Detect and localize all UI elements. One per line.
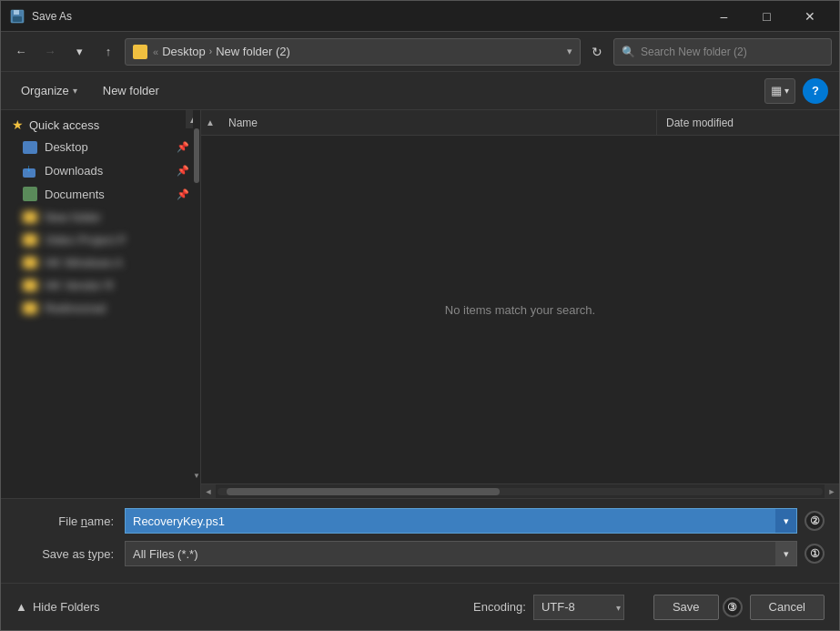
cancel-button[interactable]: Cancel <box>750 595 825 620</box>
search-placeholder: Search New folder (2) <box>641 46 747 58</box>
save-type-select-wrapper: All Files (*.*) ▾ <box>125 541 797 566</box>
encoding-label: Encoding: <box>473 600 526 614</box>
save-type-row: Save as type: All Files (*.*) ▾ ① <box>15 541 825 566</box>
hide-folders-button[interactable]: ▲ Hide Folders <box>15 600 100 614</box>
no-items-message: No items match your search. <box>445 303 595 317</box>
organize-button[interactable]: Organize ▾ <box>12 78 86 104</box>
address-separator: « <box>153 46 158 57</box>
file-name-row: File name: ▾ ② <box>15 508 825 534</box>
footer-area: ▲ Hide Folders Encoding: UTF-8 UTF-16 LE… <box>1 583 839 630</box>
file-name-input-wrapper: ▾ <box>125 508 797 534</box>
file-name-label-text: File name: <box>58 514 114 528</box>
save-icon <box>10 9 25 24</box>
sidebar-scroll[interactable]: ▲ ★ Quick access Desktop 📌 ↓ <box>1 110 200 498</box>
sidebar-item-label-4: Video Project P <box>45 233 126 247</box>
address-bar[interactable]: « Desktop › New folder (2) ▾ <box>125 38 581 66</box>
forward-button[interactable]: → <box>37 39 63 65</box>
save-type-label: Save as type: <box>15 547 125 561</box>
folder-icon-2 <box>23 234 37 246</box>
badge-1: ① <box>805 544 825 564</box>
maximize-button[interactable]: □ <box>746 2 787 31</box>
address-chevron-1: › <box>209 46 212 56</box>
h-scroll-thumb[interactable] <box>227 488 500 495</box>
svg-rect-2 <box>13 16 22 22</box>
up-button[interactable]: ↑ <box>96 39 121 65</box>
toolbar: Organize ▾ New folder ▦ ▾ ? <box>1 72 839 110</box>
sidebar-item-label-6: HK Vendor R <box>45 279 114 292</box>
view-caret-icon: ▾ <box>784 86 789 96</box>
back-button[interactable]: ← <box>8 39 34 65</box>
title-bar-controls: – □ ✕ <box>703 2 830 31</box>
bottom-area: File name: ▾ ② Save as type: All Files (… <box>1 498 839 583</box>
address-dropdown-btn[interactable]: ▾ <box>567 46 572 57</box>
quick-access-header: ★ Quick access <box>1 110 200 136</box>
h-scroll-right-button[interactable]: ► <box>825 484 839 499</box>
sidebar: ▲ ★ Quick access Desktop 📌 ↓ <box>1 110 201 498</box>
search-icon: 🔍 <box>622 46 635 58</box>
close-button[interactable]: ✕ <box>789 2 830 31</box>
horizontal-scrollbar: ◄ ► <box>201 483 839 498</box>
save-type-dropdown-button[interactable]: ▾ <box>775 541 797 566</box>
sidebar-item-label-3: New folder <box>45 210 101 224</box>
sidebar-scroll-down-indicator: ▼ <box>193 472 200 480</box>
folder-icon-5 <box>23 302 37 314</box>
sidebar-item-new-folder[interactable]: New folder <box>1 206 200 229</box>
address-folder-icon <box>133 45 147 59</box>
sidebar-scrollbar-thumb[interactable] <box>194 128 199 183</box>
title-bar: Save As – □ ✕ <box>1 1 839 32</box>
recent-locations-button[interactable]: ▾ <box>66 39 92 65</box>
search-box[interactable]: 🔍 Search New folder (2) <box>613 38 832 66</box>
organize-label: Organize <box>21 84 69 97</box>
refresh-button[interactable]: ↻ <box>584 39 610 65</box>
minimize-button[interactable]: – <box>703 2 744 31</box>
file-name-input[interactable] <box>125 508 797 534</box>
sidebar-item-label-5: HK Windows A <box>45 256 123 270</box>
view-icon: ▦ <box>771 84 782 97</box>
view-button[interactable]: ▦ ▾ <box>764 78 795 104</box>
sidebar-item-downloads[interactable]: ↓ Downloads 📌 <box>1 158 200 182</box>
title-bar-left: Save As <box>10 9 72 24</box>
desktop-icon <box>23 141 37 154</box>
folder-icon-3 <box>23 257 37 269</box>
col-name-header[interactable]: Name <box>219 110 657 135</box>
badge-3: ③ <box>723 597 743 617</box>
save-type-display[interactable]: All Files (*.*) <box>125 541 797 566</box>
col-date-header[interactable]: Date modified <box>657 110 839 135</box>
documents-pin-icon: 📌 <box>177 188 189 200</box>
sidebar-downloads-label: Downloads <box>45 164 103 178</box>
encoding-select[interactable]: UTF-8 UTF-16 LE UTF-16 BE ASCII <box>533 595 624 620</box>
sidebar-item-hk-vendor[interactable]: HK Vendor R <box>1 274 200 297</box>
sidebar-item-desktop[interactable]: Desktop 📌 <box>1 136 200 158</box>
file-list-up-button[interactable]: ▲ <box>201 110 219 136</box>
file-area: ▲ Name Date modified No items match your… <box>201 110 839 498</box>
address-folder[interactable]: New folder (2) <box>216 45 290 58</box>
folder-icon-4 <box>23 280 37 291</box>
h-scroll-track[interactable] <box>218 488 823 495</box>
documents-icon <box>23 187 37 201</box>
address-desktop[interactable]: Desktop <box>162 45 206 58</box>
help-button[interactable]: ? <box>803 78 828 104</box>
file-header: ▲ Name Date modified <box>201 110 839 136</box>
new-folder-button[interactable]: New folder <box>94 78 168 104</box>
h-scroll-left-button[interactable]: ◄ <box>201 484 216 499</box>
downloads-pin-icon: 📌 <box>177 165 189 177</box>
svg-rect-1 <box>14 10 19 15</box>
hide-folders-label: Hide Folders <box>33 600 100 614</box>
nav-bar: ← → ▾ ↑ « Desktop › New folder (2) ▾ ↻ 🔍… <box>1 32 839 72</box>
sidebar-item-documents[interactable]: Documents 📌 <box>1 182 200 206</box>
encoding-area: Encoding: UTF-8 UTF-16 LE UTF-16 BE ASCI… <box>473 595 624 620</box>
downloads-icon: ↓ <box>23 163 37 178</box>
main-area: ▲ ★ Quick access Desktop 📌 ↓ <box>1 110 839 498</box>
badge-2: ② <box>805 511 825 531</box>
quick-access-label: Quick access <box>29 118 99 132</box>
desktop-pin-icon: 📌 <box>177 141 189 153</box>
file-name-label: File name: <box>15 514 125 528</box>
sidebar-item-redinoorad[interactable]: Redinoorad <box>1 297 200 320</box>
sidebar-item-video[interactable]: Video Project P <box>1 229 200 251</box>
hide-folders-icon: ▲ <box>15 600 27 614</box>
sidebar-item-label-7: Redinoorad <box>45 301 106 315</box>
file-name-dropdown-button[interactable]: ▾ <box>775 508 797 534</box>
sidebar-item-hk-windows[interactable]: HK Windows A <box>1 251 200 274</box>
save-button[interactable]: Save <box>653 595 719 620</box>
folder-icon-1 <box>23 211 37 223</box>
